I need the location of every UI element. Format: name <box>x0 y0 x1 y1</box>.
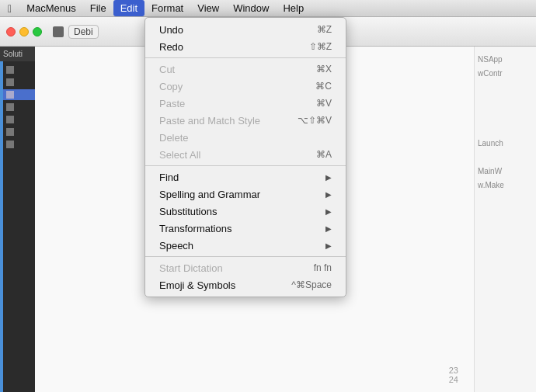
menu-item-paste: Paste⌘V <box>145 95 346 112</box>
menu-item-label-16: Start Dictation <box>159 262 298 274</box>
menu-item-shortcut-0: ⌘Z <box>317 24 332 35</box>
menu-separator-9 <box>145 165 346 166</box>
menubar:  MacMenus File Edit Format View Window … <box>0 0 536 17</box>
code-line-7: Launch <box>478 137 533 151</box>
stop-button[interactable] <box>53 26 64 37</box>
menu-item-label-7: Delete <box>159 132 332 144</box>
sidebar-item-5[interactable] <box>3 114 35 125</box>
menu-item-label-13: Transformations <box>159 223 325 234</box>
menu-item-label-11: Spelling and Grammar <box>159 189 325 200</box>
code-line-1: NSApp <box>478 53 533 67</box>
menu-item-select-all: Select All⌘A <box>145 146 346 163</box>
menu-item-label-10: Find <box>159 172 325 183</box>
traffic-lights <box>6 27 42 36</box>
menu-item-shortcut-4: ⌘C <box>315 81 332 92</box>
menu-separator-15 <box>145 256 346 257</box>
close-button[interactable] <box>6 27 16 36</box>
code-right-panel: NSApp wContr Launch MainW w.Make <box>474 47 536 392</box>
sidebar: Soluti <box>0 47 35 392</box>
sidebar-item-icon-1 <box>6 66 14 74</box>
menu-item-label-17: Emoji & Symbols <box>159 279 276 291</box>
sidebar-item-4[interactable] <box>3 102 35 113</box>
menu-item-transformations[interactable]: Transformations <box>145 220 346 237</box>
menubar-item-window[interactable]: Window <box>226 0 276 16</box>
menu-item-shortcut-1: ⇧⌘Z <box>309 41 332 52</box>
sidebar-item-icon-3 <box>6 91 14 99</box>
code-line-2: wContr <box>478 67 533 81</box>
menu-separator-2 <box>145 57 346 58</box>
sidebar-item-icon-6 <box>6 128 14 136</box>
edit-menu-dropdown: Undo⌘ZRedo⇧⌘ZCut⌘XCopy⌘CPaste⌘VPaste and… <box>144 17 346 297</box>
debug-label: Debi <box>68 25 99 39</box>
code-line-4 <box>478 95 533 109</box>
menu-item-copy: Copy⌘C <box>145 78 346 95</box>
menu-item-shortcut-17: ^⌘Space <box>291 279 332 290</box>
menu-item-emoji-&-symbols[interactable]: Emoji & Symbols^⌘Space <box>145 276 346 293</box>
menu-item-cut: Cut⌘X <box>145 61 346 78</box>
code-line-10: w.Make <box>478 179 533 193</box>
sidebar-item-3[interactable] <box>3 89 35 100</box>
menu-item-label-0: Undo <box>159 24 301 36</box>
menu-item-paste-and-match-style: Paste and Match Style⌥⇧⌘V <box>145 112 346 129</box>
menubar-item-view[interactable]: View <box>190 0 226 16</box>
sidebar-item-7[interactable] <box>3 139 35 150</box>
menubar-item-edit[interactable]: Edit <box>113 0 144 16</box>
menubar-item-format[interactable]: Format <box>144 0 190 16</box>
sidebar-item-icon-4 <box>6 103 14 111</box>
menubar-item-file[interactable]: File <box>83 0 113 16</box>
menubar-item-help[interactable]: Help <box>276 0 311 16</box>
code-line-3 <box>478 81 533 95</box>
menu-item-label-12: Substitutions <box>159 206 325 217</box>
menu-item-delete: Delete <box>145 129 346 146</box>
sidebar-item-icon-5 <box>6 116 14 123</box>
sidebar-item-2[interactable] <box>3 77 35 88</box>
menu-item-substitutions[interactable]: Substitutions <box>145 203 346 220</box>
sidebar-item-icon-7 <box>6 140 14 148</box>
minimize-button[interactable] <box>19 27 29 36</box>
menu-item-shortcut-3: ⌘X <box>316 64 332 75</box>
code-line-9: MainW <box>478 165 533 179</box>
sidebar-item-icon-2 <box>6 78 14 86</box>
line-numbers: 23 24 <box>449 366 458 384</box>
menu-item-label-5: Paste <box>159 98 301 109</box>
menu-item-shortcut-16: fn fn <box>314 262 332 273</box>
menu-item-redo[interactable]: Redo⇧⌘Z <box>145 38 346 55</box>
code-line-8 <box>478 151 533 165</box>
menu-item-shortcut-6: ⌥⇧⌘V <box>298 115 332 126</box>
menu-item-label-4: Copy <box>159 81 300 92</box>
menu-item-start-dictation: Start Dictationfn fn <box>145 259 346 276</box>
menu-item-spelling-and-grammar[interactable]: Spelling and Grammar <box>145 186 346 203</box>
menu-item-label-1: Redo <box>159 41 294 53</box>
sidebar-title: Soluti <box>0 47 35 61</box>
menu-item-label-14: Speech <box>159 240 325 252</box>
sidebar-item-6[interactable] <box>3 127 35 137</box>
sidebar-item-1[interactable] <box>3 64 35 75</box>
menu-item-speech[interactable]: Speech <box>145 237 346 254</box>
maximize-button[interactable] <box>33 27 42 36</box>
menu-item-label-6: Paste and Match Style <box>159 115 282 127</box>
menubar-item-macmenus[interactable]: MacMenus <box>19 0 83 16</box>
code-line-5 <box>478 109 533 123</box>
menu-item-shortcut-5: ⌘V <box>316 98 332 109</box>
menu-item-label-3: Cut <box>159 64 301 75</box>
menu-item-undo[interactable]: Undo⌘Z <box>145 21 346 38</box>
apple-menu-icon[interactable]:  <box>0 2 19 15</box>
menu-item-label-8: Select All <box>159 149 301 161</box>
menu-item-shortcut-8: ⌘A <box>316 149 332 160</box>
menu-item-find[interactable]: Find <box>145 168 346 186</box>
code-line-6 <box>478 123 533 137</box>
